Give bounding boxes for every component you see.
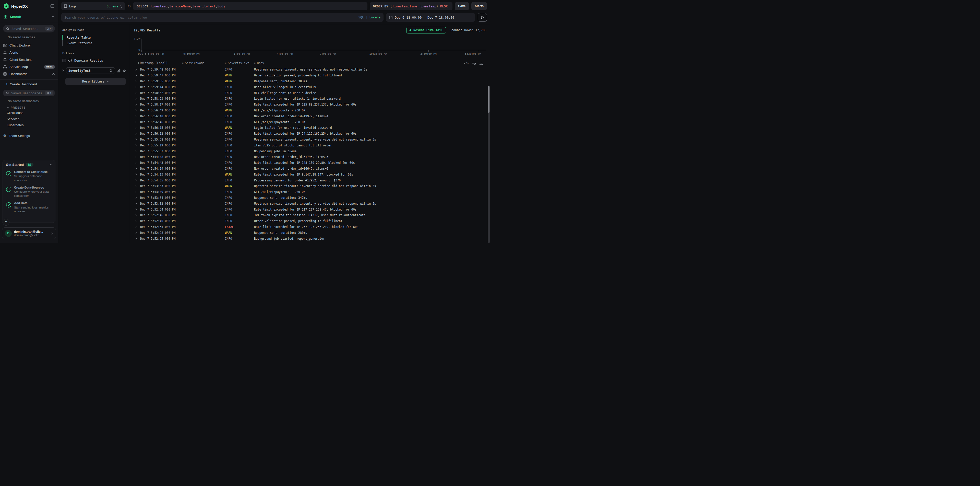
event-histogram[interactable]: 1.2K 0 Dec 6 6:00:00 PM9:30:00 PM1:00:00… (141, 38, 486, 56)
table-row[interactable]: Dec 7 5:56:49.000 PM WARN GET /api/v1/pr… (134, 108, 487, 113)
row-expand-chevron[interactable] (134, 115, 138, 117)
preset-kubernetes[interactable]: Kubernetes (0, 123, 58, 129)
drag-handle-icon[interactable]: ⠿ (254, 62, 256, 64)
table-row[interactable]: Dec 7 5:59:14.000 PM INFO User alice_w l… (134, 84, 487, 90)
row-expand-chevron[interactable] (134, 209, 138, 210)
run-query-button[interactable] (478, 13, 487, 22)
table-row[interactable]: Dec 7 5:59:47.000 PM WARN Order validati… (134, 73, 487, 78)
table-row[interactable]: Dec 7 5:59:48.000 PM INFO Upstream servi… (134, 67, 487, 73)
table-row[interactable]: Dec 7 5:58:17.000 PM INFO Rate limit exc… (134, 102, 487, 108)
table-row[interactable]: Dec 7 5:52:25.000 PM INFO Background job… (134, 236, 487, 241)
sidebar-item-alerts[interactable]: Alerts (0, 49, 58, 56)
chevron-up-icon[interactable] (49, 164, 52, 166)
row-expand-chevron[interactable] (134, 69, 138, 70)
create-dashboard-button[interactable]: + Create Dashboard (0, 80, 58, 87)
row-expand-chevron[interactable] (134, 104, 138, 105)
sql-toggle[interactable]: SQL (358, 16, 364, 19)
table-row[interactable]: Dec 7 5:54:48.000 PM INFO New order crea… (134, 154, 487, 160)
help-button[interactable]: ? (3, 219, 10, 226)
date-range-picker[interactable]: Dec 6 18:00:00 - Dec 7 18:00:00 (386, 13, 475, 22)
table-row[interactable]: Dec 7 5:54:13.000 PM WARN Rate limit exc… (134, 172, 487, 177)
sidebar-item-chart-explorer[interactable]: Chart Explorer (0, 41, 58, 49)
saved-dashboards-search[interactable]: ⌘K (3, 90, 55, 96)
expand-chevron-icon[interactable] (62, 69, 64, 72)
row-expand-chevron[interactable] (134, 121, 138, 123)
row-expand-chevron[interactable] (134, 220, 138, 222)
table-row[interactable]: Dec 7 5:52:35.000 PM FATAL Rate limit ex… (134, 224, 487, 230)
preset-services[interactable]: Services (0, 116, 58, 123)
sidebar-item-client-sessions[interactable]: Client Sessions (0, 56, 58, 63)
table-row[interactable]: Dec 7 5:53:34.000 PM INFO Response sent,… (134, 195, 487, 201)
table-row[interactable]: Dec 7 5:53:53.000 PM WARN Upstream servi… (134, 183, 487, 189)
saved-searches-search[interactable]: ⌘K (3, 25, 55, 32)
table-row[interactable]: Dec 7 5:56:12.000 PM INFO Rate limit exc… (134, 131, 487, 137)
table-row[interactable]: Dec 7 5:59:35.000 PM WARN Response sent,… (134, 78, 487, 84)
table-row[interactable]: Dec 7 5:52:54.000 PM INFO Rate limit exc… (134, 206, 487, 212)
vertical-scrollbar[interactable] (488, 86, 490, 243)
chevron-up-icon[interactable] (52, 16, 54, 18)
column-header-body[interactable]: ⠿Body (254, 61, 464, 65)
user-account-card[interactable]: D dominic.tran@clic... dominic.tran@clic… (2, 228, 56, 239)
row-expand-chevron[interactable] (134, 203, 138, 204)
column-header-severitytext[interactable]: ⠿SeverityText (225, 61, 254, 65)
row-expand-chevron[interactable] (134, 185, 138, 187)
row-expand-chevron[interactable] (134, 110, 138, 111)
get-started-step[interactable]: Create Data Sources Configure where your… (6, 185, 52, 198)
view-source-icon[interactable]: </> (464, 62, 469, 65)
row-expand-chevron[interactable] (134, 226, 138, 228)
saved-dashboards-input[interactable] (11, 91, 43, 95)
row-expand-chevron[interactable] (134, 98, 138, 99)
row-expand-chevron[interactable] (134, 133, 138, 134)
table-row[interactable]: Dec 7 5:52:40.000 PM INFO Order validati… (134, 218, 487, 224)
search-input[interactable] (64, 16, 356, 19)
event-search-box[interactable]: SQL | Lucene (61, 13, 383, 22)
drag-handle-icon[interactable]: ⠿ (182, 62, 184, 64)
order-by-editor[interactable]: ORDER BY (TimestampTime, Timestamp) DESC (370, 2, 452, 10)
table-row[interactable]: Dec 7 5:56:46.000 PM INFO GET /api/v1/pa… (134, 119, 487, 125)
chart-toggle-icon[interactable] (117, 69, 121, 73)
alerts-button[interactable]: Alerts (471, 2, 487, 10)
table-row[interactable]: Dec 7 5:58:23.000 PM INFO Login failed f… (134, 96, 487, 102)
row-expand-chevron[interactable] (134, 139, 138, 140)
table-row[interactable]: Dec 7 5:52:46.000 PM INFO JWT token expi… (134, 212, 487, 218)
mode-event-patterns[interactable]: Event Patterns (62, 40, 126, 46)
row-expand-chevron[interactable] (134, 150, 138, 152)
table-row[interactable]: Dec 7 5:56:48.000 PM INFO New order crea… (134, 113, 487, 119)
lucene-toggle[interactable]: Lucene (369, 16, 380, 19)
row-expand-chevron[interactable] (134, 180, 138, 181)
row-expand-chevron[interactable] (134, 92, 138, 94)
row-expand-chevron[interactable] (134, 232, 138, 233)
column-header-timestamp[interactable]: Timestamp (Local) (134, 61, 182, 65)
scrollbar-thumb[interactable] (488, 86, 490, 113)
resume-live-tail-button[interactable]: Resume Live Tail (406, 27, 446, 33)
search-icon[interactable] (110, 69, 113, 72)
table-row[interactable]: Dec 7 5:55:19.000 PM INFO Item 7525 out … (134, 142, 487, 148)
sidebar-item-team-settings[interactable]: ⚙ Team Settings (0, 132, 58, 139)
wrap-text-icon[interactable] (472, 62, 476, 65)
get-started-step[interactable]: Connect to ClickHouse Set up your databa… (6, 170, 52, 182)
row-expand-chevron[interactable] (134, 127, 138, 129)
table-row[interactable]: Dec 7 5:53:02.000 PM INFO Upstream servi… (134, 201, 487, 206)
row-expand-chevron[interactable] (134, 168, 138, 169)
sidebar-item-dashboards[interactable]: Dashboards (0, 70, 58, 77)
table-row[interactable]: Dec 7 5:53:49.000 PM INFO GET /api/v1/pa… (134, 189, 487, 195)
row-expand-chevron[interactable] (134, 174, 138, 175)
pin-icon[interactable] (123, 69, 126, 73)
row-expand-chevron[interactable] (134, 215, 138, 216)
row-expand-chevron[interactable] (134, 86, 138, 88)
presets-section[interactable]: PRESETS (0, 104, 58, 110)
preset-clickhouse[interactable]: ClickHouse (0, 110, 58, 116)
table-row[interactable]: Dec 7 5:54:19.000 PM INFO New order crea… (134, 166, 487, 172)
row-expand-chevron[interactable] (134, 156, 138, 158)
download-icon[interactable] (479, 61, 483, 65)
row-expand-chevron[interactable] (134, 238, 138, 239)
drag-handle-icon[interactable]: ⠿ (225, 62, 227, 64)
saved-searches-input[interactable] (11, 27, 43, 31)
sidebar-item-search[interactable]: Search (0, 13, 58, 21)
source-select[interactable]: Logs Schema (61, 2, 125, 10)
chevron-up-icon[interactable] (52, 73, 55, 75)
table-row[interactable]: Dec 7 5:56:15.000 PM WARN Login failed f… (134, 125, 487, 131)
sidebar-item-service-map[interactable]: Service Map BETA (0, 63, 58, 70)
mode-results-table[interactable]: Results Table (62, 35, 126, 40)
severity-filter-field[interactable]: SeverityText (66, 67, 115, 74)
